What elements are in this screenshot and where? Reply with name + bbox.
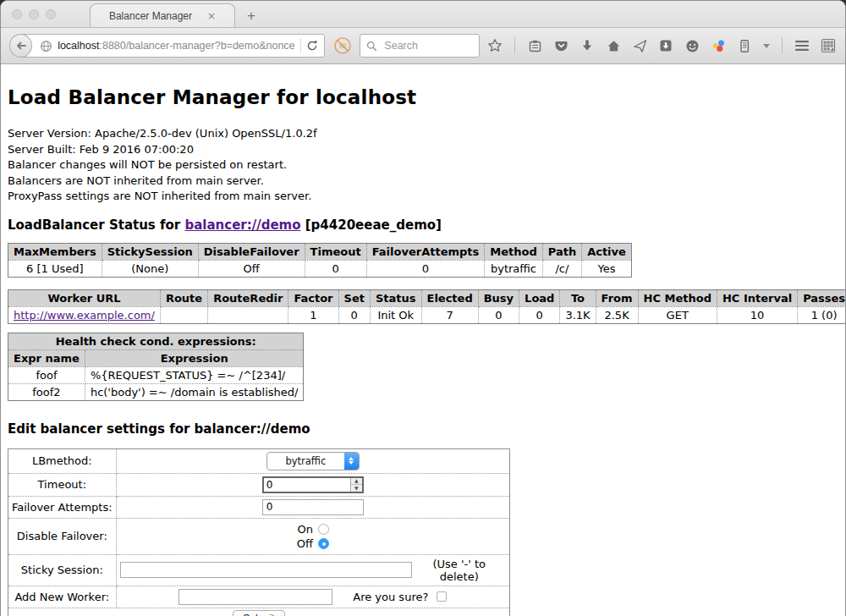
navigation-toolbar: localhost:8880/balancer-manager?b=demo&n…: [1, 28, 845, 64]
cell-stickysession: (None): [102, 260, 198, 277]
col-route: Route: [160, 289, 207, 306]
reading-list-icon[interactable]: [526, 36, 543, 55]
new-tab-button[interactable]: +: [247, 8, 255, 25]
tab-balancer-manager[interactable]: Balancer Manager ×: [90, 3, 235, 27]
cell-maxmembers: 6 [1 Used]: [8, 260, 102, 277]
server-version-line: Server Version: Apache/2.5.0-dev (Unix) …: [8, 126, 838, 142]
back-arrow-icon: [15, 41, 27, 51]
radio-off[interactable]: [318, 538, 329, 549]
cell-load: 0: [519, 306, 560, 323]
cell-set: 0: [338, 306, 370, 323]
table-header-row: MaxMembers StickySession DisableFailover…: [8, 243, 632, 260]
form-row-lbmethod: LBmethod: bytraffic: [8, 448, 510, 473]
lbmethod-select[interactable]: bytraffic: [266, 452, 360, 470]
table-row: foof2 hc('body') =~ /domain is establish…: [8, 383, 304, 400]
browser-window: Balancer Manager × + localhost:8880/bala…: [0, 0, 846, 616]
table-header-row: Worker URL Route RouteRedir Factor Set S…: [8, 289, 846, 306]
sticky-session-input[interactable]: [120, 562, 413, 578]
radio-on[interactable]: [318, 524, 329, 535]
table-row: 6 [1 Used] (None) Off 0 0 bytraffic /c/ …: [8, 260, 632, 277]
back-button[interactable]: [9, 34, 32, 58]
loadbalancer-status-heading: LoadBalancer Status for balancer://demo …: [8, 217, 838, 233]
status-heading-prefix: LoadBalancer Status for: [8, 217, 184, 233]
number-spinner-icon[interactable]: ▲▼: [350, 478, 362, 492]
server-built-line: Server Built: Feb 9 2016 07:00:20: [8, 142, 838, 158]
cell-path: /c/: [542, 260, 581, 277]
edit-settings-heading: Edit balancer settings for balancer://de…: [8, 421, 838, 437]
col-active: Active: [582, 243, 632, 260]
save-page-icon[interactable]: [657, 36, 674, 55]
url-path: :8880/balancer-manager?b=demo&nonce=decc…: [99, 40, 295, 52]
col-path: Path: [542, 243, 581, 260]
col-routeredir: RouteRedir: [208, 289, 288, 306]
downloads-icon[interactable]: [579, 36, 596, 55]
table-row: http://www.example.com/ 1 0 Init Ok 7 0 …: [8, 306, 846, 323]
sticky-session-note: (Use '-' to delete): [412, 558, 506, 583]
col-timeout: Timeout: [305, 243, 366, 260]
notes-panel-icon[interactable]: [736, 36, 753, 55]
table-header-row: Expr name Expression: [8, 349, 304, 366]
col-to: To: [560, 289, 596, 306]
overflow-caret-icon[interactable]: [762, 36, 771, 55]
cell-expression: %{REQUEST_STATUS} =~ /^[234]/: [85, 366, 304, 383]
cell-active: Yes: [582, 260, 632, 277]
failover-attempts-input[interactable]: [262, 499, 364, 515]
cell-expr-name: foof2: [8, 383, 85, 400]
col-busy: Busy: [478, 289, 519, 306]
search-bar[interactable]: [360, 34, 480, 58]
send-icon[interactable]: [631, 36, 648, 55]
failover-attempts-label: Failover Attempts:: [8, 496, 117, 518]
col-disablefailover: DisableFailover: [198, 243, 305, 260]
proxypass-notice-line: ProxyPass settings are NOT inherited fro…: [8, 189, 838, 205]
form-row-failover-attempts: Failover Attempts:: [8, 496, 510, 518]
are-you-sure-checkbox[interactable]: [437, 591, 447, 602]
disable-failover-label: Disable Failover:: [8, 518, 117, 554]
add-worker-input[interactable]: [179, 589, 332, 605]
url-domain: localhost: [58, 40, 99, 52]
col-worker-url: Worker URL: [8, 289, 161, 306]
plugin-blocked-icon[interactable]: [332, 36, 352, 56]
form-row-timeout: Timeout: ▲▼: [8, 473, 510, 496]
pocket-icon[interactable]: [552, 36, 569, 55]
tab-close-icon[interactable]: ×: [207, 10, 216, 22]
col-maxmembers: MaxMembers: [8, 243, 102, 260]
col-load: Load: [519, 289, 560, 306]
urlbar-divider: [300, 38, 301, 53]
toolbar-divider: [514, 37, 515, 54]
url-bar[interactable]: localhost:8880/balancer-manager?b=demo&n…: [20, 34, 325, 58]
cell-elected: 7: [421, 306, 478, 323]
add-worker-label: Add New Worker:: [8, 586, 117, 608]
edit-balancer-form: LBmethod: bytraffic Timeout: ▲▼: [8, 448, 510, 616]
timeout-input-wrap: ▲▼: [262, 476, 364, 493]
col-hc-method: HC Method: [638, 289, 717, 306]
select-stepper-icon: [344, 453, 359, 470]
search-input[interactable]: [382, 39, 473, 52]
menu-hamburger-icon[interactable]: [794, 36, 810, 55]
cell-method: bytraffic: [485, 260, 542, 277]
balancers-notice-line: Balancers are NOT inherited from main se…: [8, 173, 838, 190]
url-text: localhost:8880/balancer-manager?b=demo&n…: [58, 40, 295, 52]
cell-hc-method: GET: [638, 306, 717, 323]
home-icon[interactable]: [605, 36, 622, 55]
submit-button[interactable]: Submit: [233, 610, 284, 616]
colors-extension-icon[interactable]: [710, 36, 727, 55]
status-heading-suffix: [p4420eeae_demo]: [301, 217, 442, 233]
minimize-window-button[interactable]: [29, 9, 39, 19]
page-title: Load Balancer Manager for localhost: [8, 86, 838, 108]
lbmethod-selected-value: bytraffic: [267, 453, 344, 470]
balancer-demo-link[interactable]: balancer://demo: [184, 217, 300, 233]
reload-button[interactable]: [306, 40, 318, 52]
col-method: Method: [485, 243, 542, 260]
close-window-button[interactable]: [12, 9, 22, 19]
bookmark-star-icon[interactable]: [486, 36, 503, 55]
col-hc-interval: HC Interval: [717, 289, 797, 306]
lbmethod-label: LBmethod:: [8, 448, 117, 473]
form-row-sticky-session: Sticky Session: (Use '-' to delete): [8, 554, 510, 586]
chat-smiley-icon[interactable]: [684, 36, 700, 55]
worker-url-link[interactable]: http://www.example.com/: [14, 309, 155, 322]
timeout-input[interactable]: [264, 478, 350, 492]
tile-grid-icon[interactable]: [820, 36, 837, 55]
zoom-window-button[interactable]: [46, 9, 56, 19]
col-status: Status: [370, 289, 421, 306]
cell-factor: 1: [288, 306, 338, 323]
